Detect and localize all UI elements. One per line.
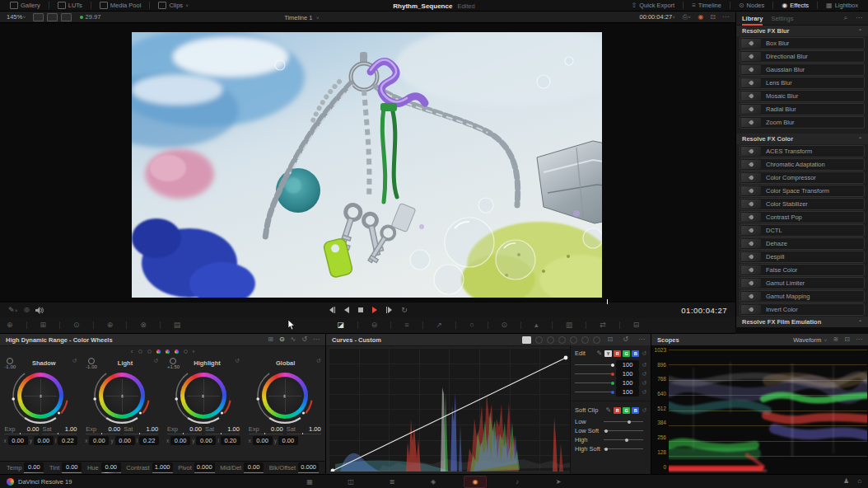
- outline-mode-icon[interactable]: ○: [469, 321, 474, 329]
- last-frame-button[interactable]: [385, 307, 394, 313]
- effect-list-item[interactable]: Zoom Blur: [740, 116, 865, 129]
- reset-icon[interactable]: ↺: [642, 350, 646, 356]
- zone-range-icon[interactable]: +1.50: [167, 358, 180, 369]
- effect-list-item[interactable]: Radial Blur: [740, 103, 865, 115]
- effect-list-item[interactable]: ACES Transform: [740, 145, 865, 157]
- color-wheel[interactable]: [170, 368, 236, 425]
- parameter-value[interactable]: 0.000: [194, 462, 215, 472]
- viewer-mode-split-button[interactable]: [47, 13, 58, 21]
- exp-slider[interactable]: Exp0.00: [249, 425, 283, 434]
- tab-settings[interactable]: Settings: [771, 15, 793, 22]
- page-color-button[interactable]: ◉: [464, 476, 487, 488]
- media-pool-button[interactable]: Media Pool: [96, 2, 145, 9]
- channel-button[interactable]: B: [632, 407, 639, 414]
- wheel-x-value[interactable]: 0.00: [8, 436, 28, 445]
- viewer-options-icon[interactable]: ⋯: [722, 14, 729, 21]
- viewer-timecode[interactable]: 00:00:04:27∨: [639, 13, 675, 21]
- raw-panel-icon[interactable]: ⊖: [371, 321, 378, 329]
- magnifier-icon[interactable]: ⊕: [107, 321, 114, 329]
- page-fairlight-button[interactable]: ♪: [506, 476, 528, 487]
- curve-mode-sat-lum-icon[interactable]: [593, 336, 600, 344]
- lightbox-button[interactable]: ▦Lightbox: [823, 2, 861, 9]
- graph-mode-icon[interactable]: ∿: [291, 336, 296, 343]
- color-wheel[interactable]: [7, 368, 73, 425]
- wheel-reset-icon[interactable]: ↺: [316, 358, 321, 364]
- hdr-parameter[interactable]: Hue 0.00: [87, 462, 121, 473]
- pager-dot[interactable]: [184, 350, 188, 354]
- grab-still-icon[interactable]: ⊕: [7, 321, 13, 329]
- slider-dot[interactable]: [628, 420, 631, 424]
- effect-list-item[interactable]: Dehaze: [740, 237, 865, 250]
- gain-value[interactable]: 100: [616, 387, 639, 396]
- effect-list-item[interactable]: False Color: [740, 264, 865, 276]
- section-resolve-fx-color[interactable]: Resolve FX Color⌃: [736, 134, 868, 144]
- gallery-panel-icon[interactable]: ▥: [566, 321, 573, 329]
- play-reverse-button[interactable]: [343, 307, 350, 313]
- page-media-button[interactable]: ▦: [299, 476, 320, 487]
- scope-settings-icon[interactable]: ≋: [833, 336, 839, 343]
- clip-info-icon[interactable]: ▤: [174, 321, 181, 329]
- reset-icon[interactable]: ↺: [642, 389, 646, 395]
- slider-dot[interactable]: [611, 364, 614, 367]
- add-node-icon[interactable]: ⊞: [268, 336, 273, 343]
- hdr-parameter[interactable]: Blk/Offset 0.000: [269, 462, 319, 473]
- channel-button[interactable]: G: [623, 407, 630, 414]
- slider-dot[interactable]: [604, 448, 608, 451]
- zone-range-icon[interactable]: -1.00: [86, 358, 97, 369]
- printer-light-icon[interactable]: ≡: [404, 321, 408, 329]
- viewer-mode-enhanced-button[interactable]: [61, 13, 72, 21]
- effects-button[interactable]: ◉Effects: [778, 2, 812, 9]
- reset-icon[interactable]: ↺: [642, 371, 646, 377]
- effect-list-item[interactable]: Gamut Mapping: [740, 290, 865, 303]
- curve-mode-hue-hue-icon[interactable]: [535, 336, 543, 344]
- effect-list-item[interactable]: DCTL: [740, 224, 865, 237]
- hdr-parameter[interactable]: Temp 0.00: [7, 462, 44, 473]
- reset-icon[interactable]: ↺: [642, 362, 646, 368]
- gain-slider[interactable]: [575, 364, 614, 365]
- wheel-reset-icon[interactable]: ↺: [72, 358, 77, 364]
- gallery-button[interactable]: Gallery: [7, 2, 44, 9]
- page-edit-button[interactable]: ≣: [381, 476, 403, 487]
- exp-slider[interactable]: Exp0.00: [167, 425, 202, 434]
- wheel-y-value[interactable]: 0.00: [115, 436, 135, 445]
- section-resolve-fx-film-emulation[interactable]: Resolve FX Film Emulation⌃: [736, 317, 868, 327]
- parameter-value[interactable]: 0.00: [244, 462, 264, 472]
- gain-slider[interactable]: [575, 382, 614, 383]
- panel-options-icon[interactable]: ⋯: [856, 336, 862, 343]
- panel-options-icon[interactable]: ⋯: [313, 336, 320, 343]
- wheel-reset-icon[interactable]: ↺: [153, 358, 158, 364]
- soft-clip-slider[interactable]: [604, 430, 643, 431]
- effect-list-item[interactable]: Contrast Pop: [740, 211, 865, 223]
- effect-list-item[interactable]: Despill: [740, 251, 865, 263]
- effect-list-item[interactable]: Box Blur: [740, 37, 865, 49]
- wheels-mode-icon[interactable]: ⊙: [279, 336, 285, 343]
- link-channels-icon[interactable]: ✎: [596, 350, 602, 357]
- page-cut-button[interactable]: ◫: [340, 476, 362, 487]
- wheel-x-value[interactable]: 0.00: [253, 436, 273, 445]
- ab-compare-icon[interactable]: ⇄: [600, 321, 606, 329]
- slider-dot[interactable]: [625, 439, 628, 442]
- page-deliver-button[interactable]: ➤: [548, 476, 569, 487]
- play-button[interactable]: [371, 307, 378, 313]
- zoom-level-select[interactable]: 145%∨: [7, 13, 26, 21]
- hdr-parameter[interactable]: Mid/Det 0.00: [220, 462, 264, 473]
- monitor-icon[interactable]: ⊟: [633, 321, 640, 329]
- wheel-x-value[interactable]: 0.00: [89, 436, 109, 445]
- scope-mode-select[interactable]: Waveform∨: [793, 336, 827, 344]
- hdr-parameter[interactable]: Pivot 0.000: [178, 462, 214, 473]
- clips-button[interactable]: Clips∨: [155, 2, 192, 9]
- wheel-x-value[interactable]: 0.00: [170, 436, 190, 445]
- curve-tool-icon[interactable]: ◪: [337, 321, 344, 329]
- sat-slider[interactable]: Sat1.00: [287, 425, 321, 434]
- hdr-parameter[interactable]: Tint 0.00: [49, 462, 82, 473]
- gain-slider[interactable]: [575, 392, 614, 392]
- parameter-value[interactable]: 0.00: [101, 462, 121, 472]
- reset-icon[interactable]: ↺: [642, 407, 646, 413]
- page-fusion-button[interactable]: ◈: [422, 476, 444, 487]
- effect-list-item[interactable]: Gaussian Blur: [740, 63, 865, 76]
- effect-list-item[interactable]: Lens Blur: [740, 77, 865, 89]
- pager-dot[interactable]: [147, 350, 152, 354]
- slider-dot[interactable]: [604, 429, 608, 433]
- wheel-l-value[interactable]: 0.22: [58, 436, 77, 445]
- timeline-button[interactable]: ≡Timeline: [688, 2, 725, 9]
